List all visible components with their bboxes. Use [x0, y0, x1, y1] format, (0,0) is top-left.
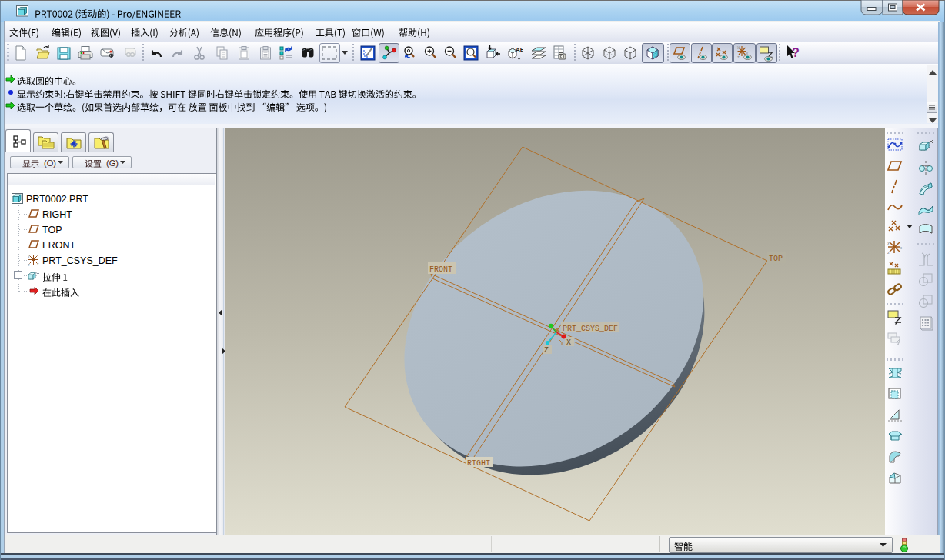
svg-text:z: z: [28, 262, 30, 267]
svg-text:?: ?: [792, 46, 800, 59]
svg-text:y: y: [737, 45, 740, 49]
svg-text:x: x: [37, 262, 39, 266]
svg-text:z: z: [737, 55, 740, 59]
svg-text:PRT_CSYS_DEF: PRT_CSYS_DEF: [563, 325, 618, 333]
svg-text:FRONT: FRONT: [429, 265, 452, 274]
svg-text:Z: Z: [544, 346, 549, 355]
svg-text:RIGHT: RIGHT: [467, 459, 490, 468]
svg-text:TOP: TOP: [769, 255, 783, 263]
svg-text:x: x: [900, 245, 902, 250]
svg-text:y: y: [887, 240, 890, 245]
svg-text:x: x: [746, 51, 749, 55]
svg-text:AB: AB: [516, 46, 523, 53]
svg-text:z: z: [887, 250, 890, 255]
svg-text:X: X: [566, 338, 571, 347]
